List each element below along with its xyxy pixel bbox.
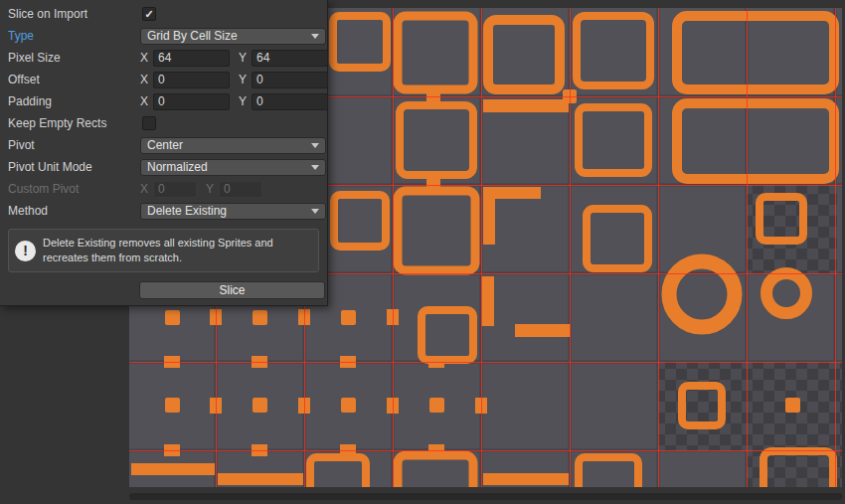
pivot-unit-mode-dropdown[interactable]: Normalized [140,159,326,176]
chevron-down-icon [311,34,319,39]
pivot-unit-mode-dropdown-value: Normalized [147,160,208,174]
offset-y-input[interactable] [252,72,328,88]
type-row: Type Grid By Cell Size [0,25,327,47]
custom-pivot-row: Custom Pivot X Y [0,178,327,200]
method-row: Method Delete Existing [0,200,327,222]
y-axis-label: Y [206,182,216,196]
pivot-unit-mode-row: Pivot Unit Mode Normalized [0,156,327,178]
padding-y-input[interactable] [252,93,328,110]
padding-x-input[interactable] [153,93,230,110]
slice-on-import-row: Slice on Import ✓ [0,3,327,25]
pixel-size-row: Pixel Size X Y [0,47,327,69]
y-axis-label: Y [239,73,249,86]
x-axis-label: X [140,73,150,86]
method-dropdown[interactable]: Delete Existing [140,203,326,220]
pivot-row: Pivot Center [0,134,327,156]
slice-panel: Slice on Import ✓ Type Grid By Cell Size… [0,0,328,306]
pivot-dropdown[interactable]: Center [140,137,326,154]
offset-label: Offset [8,73,140,86]
padding-row: Padding X Y [0,90,327,112]
custom-pivot-x-input [153,181,197,198]
x-axis-label: X [140,51,150,65]
pixel-size-x-input[interactable] [153,50,230,67]
slice-on-import-checkbox[interactable]: ✓ [142,7,156,21]
pivot-label: Pivot [8,138,140,152]
method-help-text: Delete Existing removes all existing Spr… [43,236,310,265]
y-axis-label: Y [239,51,249,65]
custom-pivot-label: Custom Pivot [8,182,140,196]
chevron-down-icon [311,143,319,148]
offset-row: Offset X Y [0,69,327,90]
keep-empty-rects-row: Keep Empty Rects [0,112,327,134]
horizontal-scrollbar[interactable] [129,493,842,500]
padding-label: Padding [8,94,140,108]
y-axis-label: Y [239,94,249,108]
pixel-size-y-input[interactable] [252,50,328,67]
type-dropdown[interactable]: Grid By Cell Size [140,28,326,45]
info-icon: ! [15,241,36,261]
pivot-dropdown-value: Center [147,138,183,152]
offset-x-input[interactable] [153,72,230,88]
slice-on-import-label: Slice on Import [8,7,140,21]
method-label: Method [8,204,140,218]
slice-button-row: Slice [0,272,327,299]
x-axis-label: X [140,94,150,108]
type-label: Type [8,29,140,43]
chevron-down-icon [311,209,319,214]
keep-empty-rects-label: Keep Empty Rects [8,116,140,130]
slice-button[interactable]: Slice [139,281,325,299]
chevron-down-icon [311,165,319,170]
checkmark-icon: ✓ [144,9,153,20]
pivot-unit-mode-label: Pivot Unit Mode [8,160,140,174]
x-axis-label: X [140,182,150,196]
pixel-size-label: Pixel Size [8,51,140,65]
type-dropdown-value: Grid By Cell Size [147,29,238,43]
keep-empty-rects-checkbox[interactable] [142,116,156,130]
custom-pivot-y-input [219,181,262,198]
method-help-box: ! Delete Existing removes all existing S… [8,229,319,272]
method-dropdown-value: Delete Existing [147,204,227,218]
